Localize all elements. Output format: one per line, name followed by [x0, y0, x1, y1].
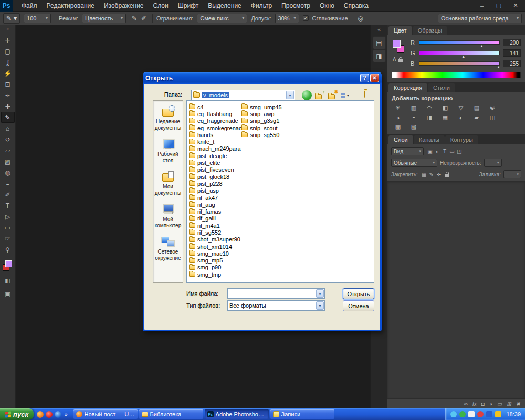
foreground-color-swatch[interactable] — [393, 40, 401, 48]
history-brush-tool[interactable]: ↺ — [1, 134, 15, 145]
quick-launch-opera-icon[interactable] — [46, 411, 52, 418]
panel-tab[interactable]: Цвет — [388, 26, 412, 35]
dodge-tool[interactable]: ◒ — [1, 178, 15, 189]
file-item[interactable]: pist_elite — [189, 159, 242, 166]
brush-tool[interactable]: ✎ — [1, 112, 15, 123]
layer-group-icon[interactable]: ▭ — [497, 401, 502, 407]
eraser-tool[interactable]: ▱ — [1, 145, 15, 156]
lasso-tool[interactable]: ʆ — [1, 57, 15, 68]
file-item[interactable]: eq_flashbang — [189, 110, 242, 117]
tray-icon-messenger[interactable] — [468, 411, 475, 417]
color-balance-icon[interactable]: ☯ — [486, 104, 499, 112]
lock-paint-icon[interactable]: ✎ — [428, 172, 435, 177]
black-white-icon[interactable]: ◑ — [392, 113, 404, 121]
file-item[interactable]: hands — [189, 131, 242, 138]
menu-item[interactable]: Выделение — [203, 0, 246, 12]
menu-item[interactable]: Слои — [149, 0, 173, 12]
mode-dropdown[interactable]: Цветность ▾ — [82, 14, 126, 23]
file-item[interactable]: rif_galil — [189, 215, 242, 222]
pen-tool[interactable]: ✐ — [1, 189, 15, 200]
cancel-button[interactable]: Отмена — [343, 300, 374, 311]
threshold-icon[interactable]: ◫ — [486, 113, 499, 121]
filter-adjustment-icon[interactable]: ◐ — [434, 149, 441, 154]
marquee-tool[interactable]: ▢ — [1, 46, 15, 57]
help-button[interactable]: ? — [360, 74, 369, 82]
close-icon[interactable]: ✕ — [511, 2, 520, 9]
filter-smart-object-icon[interactable]: ◳ — [456, 149, 463, 154]
photo-filter-icon[interactable]: ◓ — [407, 113, 420, 121]
taskbar-task-button[interactable]: Новый пост — UnSai... — [74, 410, 138, 419]
close-button[interactable]: ✕ — [370, 74, 379, 82]
blend-mode-dropdown[interactable]: Обычные ▾ — [391, 159, 437, 167]
file-item[interactable]: rif_sg552 — [189, 229, 242, 236]
new-folder-button[interactable]: ✱ — [328, 90, 338, 100]
file-item[interactable]: pist_fiveseven — [189, 166, 242, 173]
file-item[interactable]: rif_ak47 — [189, 194, 242, 201]
shape-tool[interactable]: ▭ — [1, 222, 15, 233]
place-item[interactable]: Недавние документы — [153, 105, 183, 131]
color-spectrum-ramp[interactable] — [392, 72, 521, 78]
file-item[interactable]: smg_mp5 — [189, 257, 242, 264]
layer-mask-icon[interactable]: ◘ — [481, 401, 485, 407]
tolerance-dropdown[interactable]: 30% ▾ — [275, 14, 299, 23]
blur-tool[interactable]: ◍ — [1, 167, 15, 178]
slider-thumb-icon[interactable]: ▲ — [461, 55, 465, 58]
taskbar-task-button[interactable]: Adobe Photoshop CS6 — [205, 410, 269, 419]
clone-stamp-tool[interactable]: ⌂ — [1, 123, 15, 134]
combo-arrow-icon[interactable]: ▼ — [316, 289, 324, 298]
combo-arrow-icon[interactable]: ▼ — [316, 301, 324, 310]
lock-transparency-icon[interactable]: ▦ — [421, 172, 428, 177]
open-button[interactable]: Открыть — [343, 288, 374, 299]
folder-dropdown[interactable]: v_models ▼ — [191, 90, 295, 100]
tray-icon-battery[interactable] — [495, 411, 501, 417]
tool-preset-picker[interactable]: ✎ ▾ — [3, 13, 20, 24]
menu-item[interactable]: Шрифт — [173, 0, 203, 12]
menu-item[interactable]: Окно — [315, 0, 339, 12]
posterize-icon[interactable]: ▰ — [470, 113, 483, 121]
panel-tab[interactable]: Коррекция — [388, 83, 427, 92]
combo-arrow-icon[interactable]: ▼ — [286, 91, 294, 99]
panel-tab[interactable]: Контуры — [445, 135, 478, 144]
levels-icon[interactable]: ▥ — [407, 104, 420, 112]
selective-color-icon[interactable]: ▧ — [407, 123, 420, 131]
taskbar-task-button[interactable]: Записи — [270, 410, 334, 419]
restore-icon[interactable]: ▢ — [495, 2, 503, 9]
file-item[interactable]: knife_t — [189, 138, 242, 145]
channel-slider[interactable]: ▲ — [419, 61, 500, 66]
magic-wand-tool[interactable]: ⚡ — [1, 68, 15, 79]
up-one-level-button[interactable]: ↑ — [314, 90, 325, 100]
collapsed-panel-icon-1[interactable]: ▤ — [373, 36, 386, 49]
panel-menu-icon[interactable]: ≡ — [519, 52, 522, 59]
panel-grip-icon[interactable]: « — [6, 27, 8, 32]
quick-launch-firefox-icon[interactable] — [37, 411, 44, 418]
pen-pressure-icon[interactable]: ◎ — [356, 15, 365, 22]
gradient-tool[interactable]: ▨ — [1, 156, 15, 167]
place-item[interactable]: Мой компьютер — [153, 203, 183, 228]
filter-shape-icon[interactable]: ▭ — [448, 149, 456, 154]
file-item[interactable]: c4 — [189, 103, 242, 110]
file-item[interactable]: rif_aug — [189, 201, 242, 208]
quick-launch-browser-icon[interactable] — [55, 411, 61, 418]
foreground-color-swatch[interactable] — [5, 260, 12, 267]
channel-slider[interactable]: ▲ — [419, 40, 500, 45]
tray-icon-update[interactable] — [477, 411, 484, 417]
color-lookup-icon[interactable]: ▦ — [439, 113, 452, 121]
gradient-map-icon[interactable]: ▩ — [392, 123, 404, 131]
filter-pixel-icon[interactable]: ▣ — [426, 149, 434, 154]
view-menu-button[interactable]: ▾ — [341, 93, 349, 98]
antialias-checkbox[interactable]: ✓ — [303, 15, 309, 21]
file-item[interactable]: rif_m4a1 — [189, 222, 242, 229]
file-item[interactable]: pist_usp — [189, 187, 242, 194]
file-item[interactable]: smg_ump45 — [242, 103, 294, 110]
crop-tool[interactable]: ⊡ — [1, 79, 15, 90]
panel-tab[interactable]: Стили — [428, 83, 455, 92]
type-tool[interactable]: T — [1, 200, 15, 211]
file-item[interactable]: rif_famas — [189, 208, 242, 215]
file-item[interactable]: pist_deagle — [189, 152, 242, 159]
file-item[interactable]: eq_smokegrenade — [189, 124, 242, 131]
menu-item[interactable]: Редактирование — [42, 0, 99, 12]
start-button[interactable]: пуск — [0, 408, 34, 420]
channel-value-field[interactable]: 255 — [503, 60, 521, 67]
curves-icon[interactable]: ◠ — [423, 104, 436, 112]
menu-item[interactable]: Просмотр — [277, 0, 315, 12]
